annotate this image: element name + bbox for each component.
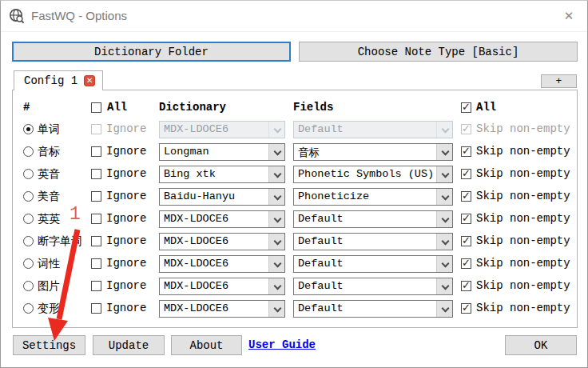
chevron-down-icon[interactable] bbox=[436, 278, 452, 294]
ignore-checkbox[interactable] bbox=[91, 214, 101, 224]
add-config-button[interactable]: + bbox=[541, 74, 577, 88]
dictionary-select[interactable]: MDX-LDOCE6 bbox=[159, 300, 285, 318]
skip-checkbox[interactable] bbox=[461, 281, 471, 291]
user-guide-link[interactable]: User Guide bbox=[248, 338, 316, 351]
ignore-checkbox[interactable] bbox=[91, 169, 101, 179]
chevron-down-icon bbox=[268, 122, 284, 138]
row-radio[interactable] bbox=[23, 236, 34, 246]
chevron-down-icon[interactable] bbox=[268, 166, 284, 182]
fields-select[interactable]: Default bbox=[293, 210, 453, 228]
dictionary-value: MDX-LDOCE6 bbox=[164, 258, 228, 270]
skip-label: Skip non-empty bbox=[476, 122, 570, 135]
skip-checkbox[interactable] bbox=[461, 169, 471, 179]
skip-checkbox[interactable] bbox=[461, 236, 471, 246]
chevron-down-icon bbox=[436, 122, 452, 138]
settings-button[interactable]: Settings bbox=[13, 335, 85, 355]
row-radio[interactable] bbox=[23, 303, 34, 314]
ignore-checkbox[interactable] bbox=[91, 303, 101, 314]
chevron-down-icon[interactable] bbox=[436, 166, 452, 182]
table-row: 断字单词 Ignore MDX-LDOCE6 Default Skip non-… bbox=[1, 230, 588, 253]
skip-checkbox[interactable] bbox=[461, 191, 471, 202]
ignore-checkbox[interactable] bbox=[91, 191, 101, 202]
column-header-dictionary: Dictionary bbox=[159, 101, 226, 114]
tab-close-icon[interactable]: ✕ bbox=[84, 75, 95, 86]
dictionary-select[interactable]: MDX-LDOCE6 bbox=[159, 210, 285, 228]
ignore-label: Ignore bbox=[106, 302, 146, 314]
fields-select[interactable]: Phonetic Symbols (US) bbox=[293, 166, 453, 183]
fields-select[interactable]: 音标 bbox=[293, 143, 453, 161]
row-label: 变形 bbox=[38, 302, 60, 316]
dictionary-select[interactable]: MDX-LDOCE6 bbox=[159, 255, 285, 273]
title-bar: FastWQ - Options ✕ bbox=[1, 1, 587, 32]
row-radio[interactable] bbox=[23, 258, 34, 269]
fields-select[interactable]: Phoneticize bbox=[293, 188, 453, 206]
chevron-down-icon[interactable] bbox=[268, 211, 284, 227]
chevron-down-icon[interactable] bbox=[436, 144, 452, 160]
ignore-checkbox[interactable] bbox=[91, 281, 101, 291]
skip-label: Skip non-empty bbox=[476, 145, 570, 158]
choose-note-type-button[interactable]: Choose Note Type [Basic] bbox=[299, 42, 578, 62]
row-label: 单词 bbox=[38, 122, 60, 137]
skip-checkbox bbox=[461, 124, 471, 134]
field-value: Default bbox=[298, 123, 344, 135]
dictionary-folder-button[interactable]: Dictionary Folder bbox=[12, 42, 291, 62]
ignore-checkbox[interactable] bbox=[91, 236, 101, 246]
dictionary-select[interactable]: Bing xtk bbox=[159, 166, 285, 183]
row-label: 美音 bbox=[38, 190, 60, 204]
ignore-checkbox bbox=[91, 124, 101, 134]
field-value: Phoneticize bbox=[298, 190, 369, 202]
column-header-all-left: All bbox=[107, 101, 127, 114]
skip-label: Skip non-empty bbox=[476, 212, 570, 225]
row-label: 词性 bbox=[38, 257, 60, 271]
row-label: 图片 bbox=[38, 279, 60, 294]
ignore-label: Ignore bbox=[106, 167, 146, 180]
skip-checkbox[interactable] bbox=[461, 303, 471, 314]
dictionary-value: MDX-LDOCE6 bbox=[164, 280, 228, 292]
all-ignore-checkbox[interactable] bbox=[91, 102, 101, 113]
chevron-down-icon[interactable] bbox=[268, 256, 284, 272]
chevron-down-icon[interactable] bbox=[268, 144, 284, 160]
chevron-down-icon[interactable] bbox=[436, 211, 452, 227]
dictionary-value: MDX-LDOCE6 bbox=[164, 302, 228, 314]
tab-config-1[interactable]: Config 1 ✕ bbox=[14, 70, 103, 90]
chevron-down-icon[interactable] bbox=[268, 234, 284, 250]
row-radio[interactable] bbox=[23, 281, 34, 291]
close-icon[interactable]: ✕ bbox=[557, 6, 581, 26]
ignore-label: Ignore bbox=[106, 279, 146, 292]
table-row: 音标 Ignore Longman 音标 Skip non-empty bbox=[1, 141, 588, 163]
chevron-down-icon[interactable] bbox=[268, 301, 284, 317]
fields-select[interactable]: Default bbox=[293, 300, 453, 318]
ignore-checkbox[interactable] bbox=[91, 146, 101, 157]
chevron-down-icon[interactable] bbox=[268, 278, 284, 294]
ignore-checkbox[interactable] bbox=[91, 258, 101, 269]
ok-button[interactable]: OK bbox=[505, 335, 577, 355]
row-radio[interactable] bbox=[23, 214, 34, 224]
chevron-down-icon[interactable] bbox=[436, 256, 452, 272]
fields-select[interactable]: Default bbox=[293, 255, 453, 273]
dictionary-select[interactable]: MDX-LDOCE6 bbox=[159, 278, 285, 295]
fields-select[interactable]: Default bbox=[293, 233, 453, 250]
fields-select[interactable]: Default bbox=[293, 278, 453, 295]
chevron-down-icon[interactable] bbox=[436, 189, 452, 205]
skip-checkbox[interactable] bbox=[461, 258, 471, 269]
all-skip-checkbox[interactable] bbox=[461, 102, 471, 113]
row-radio[interactable] bbox=[23, 124, 34, 134]
dictionary-value: MDX-LDOCE6 bbox=[164, 123, 228, 135]
chevron-down-icon[interactable] bbox=[436, 234, 452, 250]
column-header-fields: Fields bbox=[293, 101, 333, 114]
table-row: 变形 Ignore MDX-LDOCE6 Default Skip non-em… bbox=[1, 298, 588, 320]
about-button[interactable]: About bbox=[171, 335, 242, 355]
row-label: 英音 bbox=[38, 167, 60, 182]
dictionary-select[interactable]: Baidu-Hanyu bbox=[159, 188, 285, 206]
chevron-down-icon[interactable] bbox=[436, 301, 452, 317]
dictionary-select[interactable]: MDX-LDOCE6 bbox=[159, 233, 285, 250]
skip-checkbox[interactable] bbox=[461, 214, 471, 224]
row-radio[interactable] bbox=[23, 169, 34, 179]
chevron-down-icon[interactable] bbox=[268, 189, 284, 205]
dictionary-select[interactable]: Longman bbox=[159, 143, 285, 161]
field-value: Default bbox=[298, 258, 344, 270]
update-button[interactable]: Update bbox=[93, 335, 165, 355]
row-radio[interactable] bbox=[23, 146, 34, 157]
row-radio[interactable] bbox=[23, 191, 34, 202]
skip-checkbox[interactable] bbox=[461, 146, 471, 157]
